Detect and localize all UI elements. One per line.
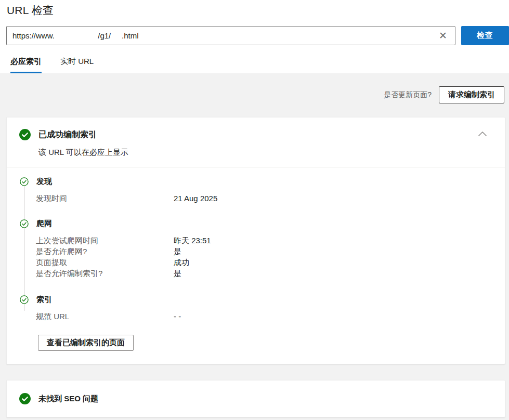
tab-bing-index[interactable]: 必应索引 [10, 52, 42, 73]
section-index: 索引 规范 URL - - [20, 295, 505, 322]
detail-value: 是 [174, 246, 181, 257]
detail-row: 上次尝试爬网时间 昨天 23:51 [36, 235, 505, 246]
content-zone: 是否更新页面? 请求编制索引 已成功编制索引 该 URL 可以在必应上显示 [0, 73, 509, 420]
detail-label: 是否允许爬网? [36, 246, 174, 257]
tab-bar: 必应索引 实时 URL [10, 52, 509, 73]
detail-row: 发现时间 21 Aug 2025 [36, 193, 505, 204]
success-filled-icon [19, 393, 31, 404]
detail-value: 昨天 23:51 [174, 235, 211, 246]
detail-value: - - [174, 311, 181, 322]
success-filled-icon [19, 129, 31, 140]
url-search-row: ✕ 检查 [6, 26, 509, 45]
url-input[interactable] [7, 27, 455, 45]
detail-value: 是 [174, 268, 181, 279]
detail-label: 上次尝试爬网时间 [36, 235, 174, 246]
request-indexing-button[interactable]: 请求编制索引 [439, 86, 504, 103]
inspect-button[interactable]: 检查 [461, 26, 509, 45]
clear-icon[interactable]: ✕ [434, 27, 452, 45]
check-outline-icon [20, 177, 29, 186]
detail-label: 页面提取 [36, 257, 174, 268]
section-discovery: 发现 发现时间 21 Aug 2025 [20, 177, 505, 204]
seo-status-card: 未找到 SEO 问题 [6, 380, 505, 417]
status-subtitle: 该 URL 可以在必应上显示 [38, 148, 492, 158]
index-details: 发现 发现时间 21 Aug 2025 [7, 167, 505, 364]
index-status-header: 已成功编制索引 该 URL 可以在必应上显示 [7, 117, 505, 167]
detail-label: 是否允许编制索引? [36, 268, 174, 279]
action-bar: 是否更新页面? 请求编制索引 [0, 86, 509, 103]
detail-row: 是否允许编制索引? 是 [36, 268, 505, 279]
detail-label: 发现时间 [36, 193, 174, 204]
url-input-box: ✕ [6, 26, 455, 45]
detail-value: 成功 [174, 257, 189, 268]
page-title: URL 检查 [0, 0, 509, 18]
section-title: 索引 [36, 295, 52, 305]
seo-status-title: 未找到 SEO 问题 [38, 394, 98, 404]
detail-row: 页面提取 成功 [36, 257, 505, 268]
detail-label: 规范 URL [36, 311, 174, 322]
detail-row: 是否允许爬网? 是 [36, 246, 505, 257]
section-title: 发现 [36, 177, 52, 187]
check-outline-icon [20, 219, 29, 228]
detail-value: 21 Aug 2025 [174, 193, 217, 204]
check-outline-icon [20, 295, 29, 304]
index-status-card: 已成功编制索引 该 URL 可以在必应上显示 [6, 117, 505, 364]
update-question-label: 是否更新页面? [384, 90, 432, 100]
tab-live-url[interactable]: 实时 URL [60, 52, 94, 73]
chevron-up-icon[interactable] [476, 129, 489, 139]
status-title: 已成功编制索引 [38, 129, 97, 140]
section-crawl: 爬网 上次尝试爬网时间 昨天 23:51 是否允许爬网? 是 页面提取 成功 [20, 219, 505, 279]
detail-row: 规范 URL - - [36, 311, 505, 322]
view-indexed-pages-button[interactable]: 查看已编制索引的页面 [38, 335, 134, 351]
section-title: 爬网 [36, 219, 52, 229]
header-zone: URL 检查 ✕ 检查 必应索引 实时 URL [0, 0, 509, 73]
